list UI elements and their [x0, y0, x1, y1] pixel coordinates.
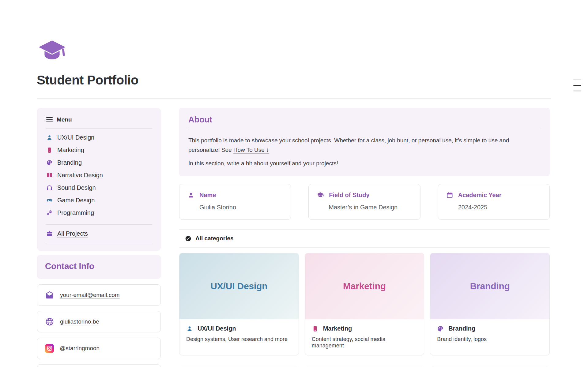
- main-content: About This portfolio is made to showcase…: [179, 108, 550, 367]
- contact-info-title: Contact Info: [45, 261, 153, 271]
- graduation-cap-icon: [38, 39, 66, 65]
- academic-year-label: Academic Year: [458, 192, 502, 199]
- menu-list: UX/UI Design Marketing Branding Narrativ…: [46, 131, 152, 219]
- menu-title: Menu: [57, 116, 72, 123]
- student-portfolio-page: Student Portfolio Menu UX/UI Design Mark…: [0, 0, 588, 367]
- profile-cards-row: Name Giulia Storino Field of Study Maste…: [179, 184, 550, 220]
- card-name: Marketing: [323, 325, 352, 332]
- calendar-icon: [446, 192, 453, 199]
- menu-panel: Menu UX/UI Design Marketing Branding: [37, 108, 161, 251]
- contact-email-label: your-email@email.com: [60, 292, 120, 298]
- name-card[interactable]: Name Giulia Storino: [179, 184, 291, 220]
- about-paragraph-1: This portfolio is made to showcase your …: [188, 136, 527, 155]
- field-of-study-value: Master’s in Game Design: [329, 204, 412, 211]
- headphones-icon: [46, 185, 53, 191]
- sidebar: Menu UX/UI Design Marketing Branding: [37, 108, 161, 367]
- all-categories-label: All categories: [195, 235, 234, 242]
- sidebar-item-label: UX/UI Design: [57, 134, 94, 141]
- table-of-contents-indicator[interactable]: [573, 79, 581, 92]
- category-card-branding[interactable]: Branding Branding Brand identity, logos: [430, 253, 550, 355]
- person-icon: [46, 134, 53, 141]
- contact-instagram-label: @starringmoon: [60, 345, 100, 352]
- academic-year-card[interactable]: Academic Year 2024-2025: [438, 184, 550, 220]
- briefcase-icon: [46, 230, 53, 237]
- sidebar-item-programming[interactable]: Programming: [46, 207, 152, 219]
- contact-linkedin-link[interactable]: in Giulia Storino: [37, 364, 161, 367]
- sidebar-item-label: Game Design: [57, 197, 95, 204]
- field-of-study-card[interactable]: Field of Study Master’s in Game Design: [308, 184, 420, 220]
- hamburger-icon: [46, 117, 53, 122]
- divider: [46, 243, 152, 243]
- contact-website-label: giuliastorino.be: [60, 318, 99, 325]
- sidebar-item-branding[interactable]: Branding: [46, 156, 152, 169]
- card-description: Content strategy, social media managemen…: [312, 336, 417, 349]
- palette-icon: [437, 325, 444, 332]
- sidebar-item-label: Narrative Design: [57, 172, 103, 179]
- palette-icon: [46, 159, 53, 166]
- about-section: About This portfolio is made to showcase…: [179, 108, 550, 176]
- phone-icon: [312, 325, 318, 332]
- gamepad-icon: [46, 197, 53, 204]
- menu-header[interactable]: Menu: [46, 116, 152, 123]
- check-circle-icon: [185, 235, 191, 242]
- category-card-marketing[interactable]: Marketing Marketing Content strategy, so…: [305, 253, 424, 355]
- contact-info-panel: Contact Info: [37, 255, 161, 279]
- card-cover: Marketing: [305, 253, 424, 319]
- sidebar-item-label: Sound Design: [57, 184, 96, 191]
- sidebar-item-label: All Projects: [57, 230, 88, 237]
- contact-website-link[interactable]: giuliastorino.be: [37, 311, 161, 332]
- divider: [37, 98, 551, 99]
- divider: [46, 128, 152, 129]
- all-categories-filter[interactable]: All categories: [179, 229, 550, 248]
- sidebar-item-sound-design[interactable]: Sound Design: [46, 182, 152, 194]
- mail-open-icon: [45, 290, 54, 300]
- divider: [46, 224, 152, 225]
- sidebar-item-narrative-design[interactable]: Narrative Design: [46, 169, 152, 182]
- card-name: UX/UI Design: [198, 325, 236, 332]
- sidebar-item-label: Marketing: [57, 147, 84, 154]
- globe-icon: [45, 317, 54, 326]
- card-description: Design systems, User research and more: [186, 336, 292, 343]
- card-cover: UX/UI Design: [179, 253, 299, 319]
- card-cover-title: UX/UI Design: [210, 281, 267, 291]
- phone-icon: [46, 147, 53, 153]
- sidebar-item-uxui-design[interactable]: UX/UI Design: [46, 131, 152, 144]
- academic-year-value: 2024-2025: [458, 204, 541, 211]
- card-cover-title: Branding: [470, 281, 510, 291]
- about-title: About: [188, 115, 541, 125]
- sidebar-item-all-projects[interactable]: All Projects: [46, 227, 152, 240]
- card-cover: Branding: [430, 253, 549, 319]
- instagram-icon: [45, 344, 54, 353]
- category-cards-grid: UX/UI Design UX/UI Design Design systems…: [179, 253, 550, 367]
- sidebar-item-game-design[interactable]: Game Design: [46, 194, 152, 207]
- how-to-use-link[interactable]: How To Use ↓: [233, 147, 269, 153]
- graduation-cap-icon: [317, 192, 324, 199]
- contact-instagram-link[interactable]: @starringmoon: [37, 338, 161, 359]
- sidebar-item-marketing[interactable]: Marketing: [46, 144, 152, 156]
- gears-icon: [46, 210, 53, 216]
- contact-email-link[interactable]: your-email@email.com: [37, 284, 161, 306]
- category-card-uxui[interactable]: UX/UI Design UX/UI Design Design systems…: [179, 253, 299, 355]
- card-name: Branding: [448, 325, 475, 332]
- about-paragraph-2: In this section, write a bit about yours…: [188, 159, 541, 168]
- card-cover-title: Marketing: [343, 281, 386, 291]
- page-title: Student Portfolio: [37, 73, 138, 88]
- card-description: Brand identity, logos: [437, 336, 543, 343]
- divider: [188, 129, 541, 129]
- name-card-value: Giulia Storino: [199, 204, 283, 211]
- person-icon: [186, 325, 193, 332]
- sidebar-item-label: Programming: [57, 209, 94, 216]
- name-card-label: Name: [199, 192, 216, 199]
- open-book-icon: [46, 172, 53, 178]
- person-icon: [187, 192, 194, 199]
- sidebar-item-label: Branding: [57, 159, 82, 166]
- field-of-study-label: Field of Study: [329, 192, 369, 199]
